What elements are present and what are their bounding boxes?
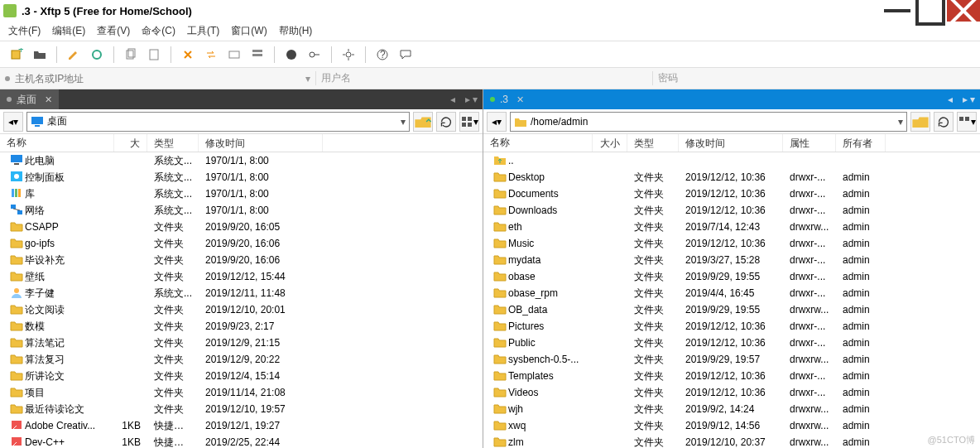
local-file-list[interactable]: 此电脑系统文...1970/1/1, 8:00控制面板系统文...1970/1/… xyxy=(0,152,483,448)
globe-icon[interactable] xyxy=(281,45,301,65)
list-item[interactable]: 李子健系统文...2019/12/11, 11:48 xyxy=(0,285,483,301)
sync-button[interactable] xyxy=(201,45,221,65)
queue-button[interactable] xyxy=(247,45,267,65)
remote-path-combo[interactable]: /home/admin ▾ xyxy=(510,112,907,132)
password-input[interactable] xyxy=(694,68,980,89)
refresh-button[interactable] xyxy=(178,45,198,65)
host-input[interactable] xyxy=(15,68,300,89)
list-item[interactable]: eth文件夹2019/7/14, 12:43drwxrw...admin xyxy=(483,219,980,235)
maximize-button[interactable] xyxy=(914,0,947,22)
list-item[interactable]: Music文件夹2019/12/12, 10:36drwxr-...admin xyxy=(483,235,980,252)
list-item[interactable]: obase_rpm文件夹2019/4/4, 16:45drwxr-...admi… xyxy=(483,285,980,301)
menu-tools[interactable]: 工具(T) xyxy=(187,24,219,38)
list-item[interactable]: 最近待读论文文件夹2019/12/10, 19:57 xyxy=(0,401,483,417)
minimize-button[interactable] xyxy=(881,0,914,22)
dropdown-icon[interactable]: ▾ xyxy=(401,116,406,128)
list-item[interactable]: Videos文件夹2019/12/12, 10:36drwxr-...admin xyxy=(483,384,980,401)
new-session-button[interactable]: + xyxy=(7,45,26,65)
list-item[interactable]: 库系统文...1970/1/1, 8:00 xyxy=(0,185,483,202)
local-path-combo[interactable]: 桌面 ▾ xyxy=(26,112,410,132)
list-item[interactable]: sysbench-0.5-...文件夹2019/9/29, 19:57drwxr… xyxy=(483,351,980,368)
tab-prev-button[interactable]: ◂ xyxy=(943,89,958,109)
col-size[interactable]: 大小 xyxy=(593,134,627,152)
view-mode-button[interactable]: ▾ xyxy=(957,112,977,132)
col-date[interactable]: 修改时间 xyxy=(199,134,323,152)
remote-tab[interactable]: .3 ✕ xyxy=(483,89,531,109)
up-button[interactable] xyxy=(413,112,433,132)
list-item[interactable]: xwq文件夹2019/9/12, 14:56drwxrw...admin xyxy=(483,417,980,434)
col-name[interactable]: 名称 xyxy=(483,134,593,152)
file-date: 1970/1/1, 8:00 xyxy=(199,188,323,200)
menu-help[interactable]: 帮助(H) xyxy=(279,24,313,38)
list-item[interactable]: Documents文件夹2019/12/12, 10:36drwxr-...ad… xyxy=(483,185,980,202)
paste-button[interactable] xyxy=(144,45,164,65)
key-icon[interactable] xyxy=(305,45,324,65)
col-date[interactable]: 修改时间 xyxy=(679,134,783,152)
edit-button[interactable] xyxy=(64,45,84,65)
tab-label: .3 xyxy=(500,94,508,105)
refresh-remote-button[interactable] xyxy=(934,112,954,132)
list-item[interactable]: wjh文件夹2019/9/2, 14:24drwxrw...admin xyxy=(483,401,980,417)
list-item[interactable]: CSAPP文件夹2019/9/20, 16:05 xyxy=(0,219,483,235)
copy-button[interactable] xyxy=(121,45,141,65)
menu-file[interactable]: 文件(F) xyxy=(8,24,41,38)
list-item[interactable]: mydata文件夹2019/3/27, 15:28drwxr-...admin xyxy=(483,252,980,268)
list-item[interactable]: 数模文件夹2019/9/23, 2:17 xyxy=(0,318,483,335)
settings-button[interactable] xyxy=(339,45,358,65)
reconnect-button[interactable] xyxy=(87,45,107,65)
list-item[interactable]: Dev-C++1KB快捷方式2019/2/25, 22:44 xyxy=(0,434,483,448)
col-attr[interactable]: 属性 xyxy=(783,134,836,152)
back-button[interactable]: ◂▾ xyxy=(487,112,507,132)
list-item[interactable]: 算法笔记文件夹2019/12/9, 21:15 xyxy=(0,335,483,351)
list-item[interactable]: OB_data文件夹2019/9/29, 19:55drwxrw...admin xyxy=(483,301,980,318)
transfer-button[interactable] xyxy=(224,45,244,65)
chat-button[interactable] xyxy=(396,45,416,65)
tab-next-button[interactable]: ▸ ▾ xyxy=(958,89,980,109)
file-owner: admin xyxy=(836,171,886,183)
up-button[interactable] xyxy=(910,112,930,132)
list-item[interactable]: 壁纸文件夹2019/12/12, 15:44 xyxy=(0,268,483,285)
list-item[interactable]: Adobe Creativ...1KB快捷方式2019/12/1, 19:27 xyxy=(0,417,483,434)
col-type[interactable]: 类型 xyxy=(147,134,199,152)
back-button[interactable]: ◂▾ xyxy=(3,112,23,132)
list-item[interactable]: 控制面板系统文...1970/1/1, 8:00 xyxy=(0,169,483,185)
menu-window[interactable]: 窗口(W) xyxy=(231,24,267,38)
menu-view[interactable]: 查看(V) xyxy=(97,24,130,38)
list-item[interactable]: go-ipfs文件夹2019/9/20, 16:06 xyxy=(0,235,483,252)
list-item[interactable]: obase文件夹2019/9/29, 19:55drwxr-...admin xyxy=(483,268,980,285)
dropdown-icon[interactable]: ▾ xyxy=(898,116,903,128)
col-owner[interactable]: 所有者 xyxy=(836,134,886,152)
menu-command[interactable]: 命令(C) xyxy=(142,24,175,38)
list-item[interactable]: Desktop文件夹2019/12/12, 10:36drwxr-...admi… xyxy=(483,169,980,185)
list-item[interactable]: Pictures文件夹2019/12/12, 10:36drwxr-...adm… xyxy=(483,318,980,335)
list-item[interactable]: Public文件夹2019/12/12, 10:36drwxr-...admin xyxy=(483,335,980,351)
help-button[interactable]: ? xyxy=(372,45,392,65)
list-item[interactable]: 论文阅读文件夹2019/12/10, 20:01 xyxy=(0,301,483,318)
list-item[interactable]: 所讲论文文件夹2019/12/4, 15:14 xyxy=(0,368,483,384)
view-mode-button[interactable]: ▾ xyxy=(459,112,479,132)
list-item[interactable]: 网络系统文...1970/1/1, 8:00 xyxy=(0,202,483,219)
col-name[interactable]: 名称 xyxy=(0,134,114,152)
username-input[interactable] xyxy=(368,68,653,89)
list-item[interactable]: zlm文件夹2019/12/10, 20:37drwxrw...admin xyxy=(483,434,980,448)
list-item[interactable]: 毕设补充文件夹2019/9/20, 16:06 xyxy=(0,252,483,268)
refresh-local-button[interactable] xyxy=(436,112,456,132)
list-item[interactable]: Downloads文件夹2019/12/12, 10:36drwxr-...ad… xyxy=(483,202,980,219)
tab-next-button[interactable]: ▸ ▾ xyxy=(460,89,483,109)
remote-file-list[interactable]: ..Desktop文件夹2019/12/12, 10:36drwxr-...ad… xyxy=(483,152,980,448)
list-item[interactable]: 此电脑系统文...1970/1/1, 8:00 xyxy=(0,152,483,169)
tab-close-icon[interactable]: ✕ xyxy=(45,94,52,105)
tab-close-icon[interactable]: ✕ xyxy=(516,94,524,105)
menu-edit[interactable]: 编辑(E) xyxy=(52,24,85,38)
open-session-button[interactable] xyxy=(30,45,50,65)
list-item[interactable]: .. xyxy=(483,152,980,169)
col-type[interactable]: 类型 xyxy=(627,134,679,152)
local-tab[interactable]: 桌面 ✕ xyxy=(0,89,59,109)
close-button[interactable] xyxy=(947,0,980,22)
col-size[interactable]: 大小 xyxy=(114,134,147,152)
list-item[interactable]: 算法复习文件夹2019/12/9, 20:22 xyxy=(0,351,483,368)
list-item[interactable]: Templates文件夹2019/12/12, 10:36drwxr-...ad… xyxy=(483,368,980,384)
tab-status-icon xyxy=(490,97,495,102)
list-item[interactable]: 项目文件夹2019/11/14, 21:08 xyxy=(0,384,483,401)
tab-prev-button[interactable]: ◂ xyxy=(445,89,460,109)
